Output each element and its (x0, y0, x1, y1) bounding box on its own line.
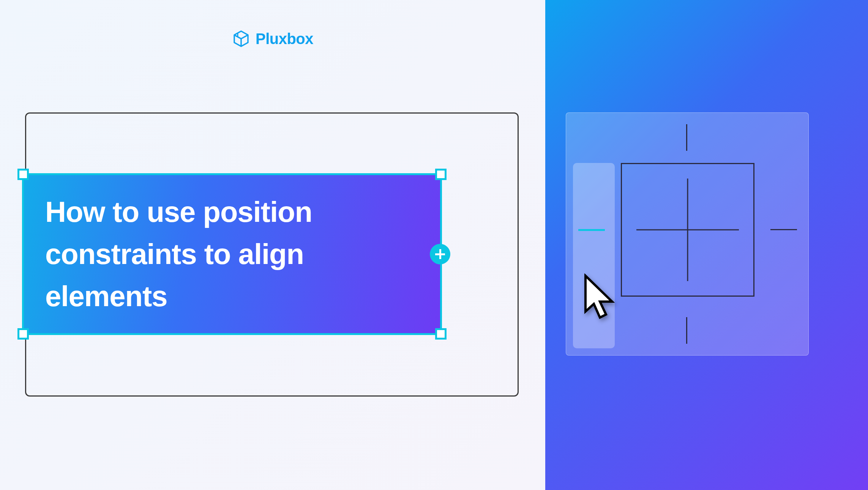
resize-handle-bottom-right[interactable] (435, 328, 447, 340)
constraint-pin-right[interactable] (770, 229, 797, 230)
right-panel (545, 0, 868, 490)
page-title: How to use position constraints to align… (24, 175, 440, 334)
constraint-pin-left[interactable] (578, 229, 605, 231)
brand-name: Pluxbox (256, 30, 313, 47)
constraint-pin-bottom[interactable] (686, 317, 687, 344)
add-button[interactable] (430, 244, 450, 264)
constraint-pin-top[interactable] (686, 124, 687, 151)
selected-element[interactable]: How to use position constraints to align… (22, 173, 442, 335)
resize-handle-bottom-left[interactable] (17, 328, 29, 340)
brand-logo: Pluxbox (0, 30, 545, 48)
canvas-frame: How to use position constraints to align… (25, 112, 519, 397)
constraint-inner-box (621, 163, 754, 297)
resize-handle-top-right[interactable] (435, 169, 447, 180)
resize-handle-top-left[interactable] (17, 169, 29, 180)
constraint-center-vertical[interactable] (687, 179, 688, 281)
cursor-icon (582, 273, 620, 327)
cube-icon (232, 30, 250, 48)
left-panel: Pluxbox How to use position constraints … (0, 0, 545, 490)
